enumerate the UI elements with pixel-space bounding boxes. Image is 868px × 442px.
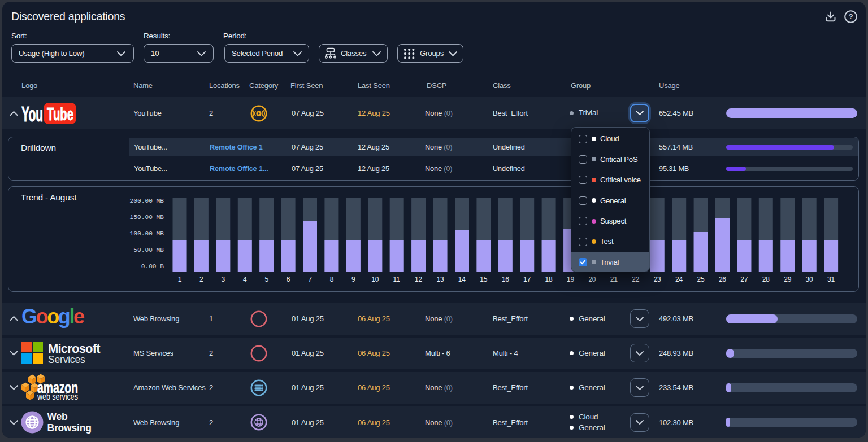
svg-text:web services: web services: [37, 392, 78, 401]
